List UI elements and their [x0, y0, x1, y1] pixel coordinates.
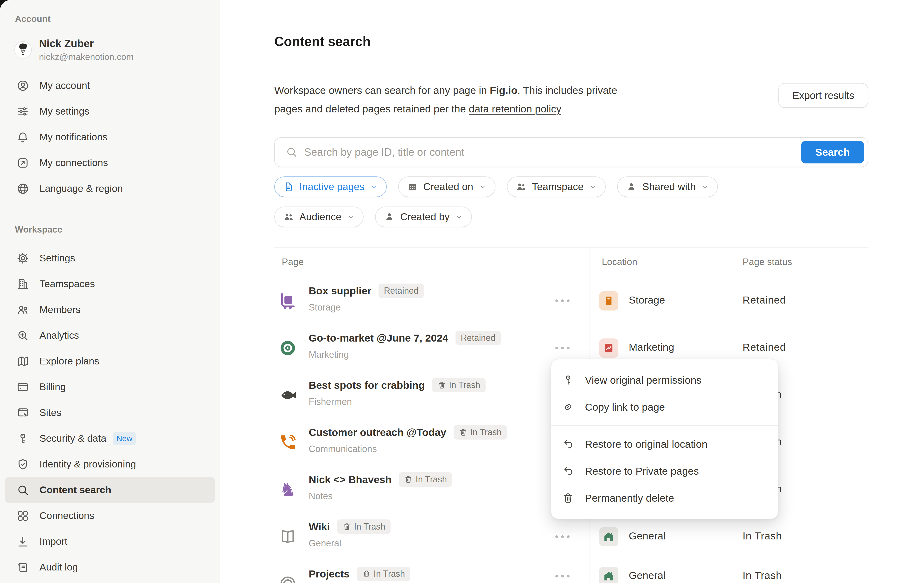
search-input[interactable]	[304, 146, 801, 158]
content-search-page: Content search Workspace owners can sear…	[220, 0, 924, 583]
filter-inactive-pages[interactable]: Inactive pages	[274, 177, 387, 197]
filter-shared-with[interactable]: Shared with	[617, 177, 718, 197]
row-actions-button[interactable]	[555, 535, 569, 538]
sidebar-item-label: My account	[40, 80, 90, 91]
person-circle-icon	[16, 79, 30, 92]
page-title-cell: Nick <> Bhavesh	[309, 474, 391, 486]
card-icon	[16, 381, 30, 393]
trash-icon	[404, 475, 412, 484]
sidebar-item-my-notifications[interactable]: My notifications	[5, 124, 215, 150]
sidebar-item-content-search[interactable]: Content search	[5, 477, 215, 503]
sidebar-item-security-data[interactable]: Security & data New	[5, 426, 215, 451]
description-text: . This includes private	[517, 84, 617, 96]
sidebar-item-language-region[interactable]: Language & region	[5, 176, 215, 201]
menu-item-copy-link[interactable]: Copy link to page	[551, 393, 778, 421]
house-icon	[599, 566, 619, 583]
workspace-section-label: Workspace	[15, 225, 220, 235]
chevron-down-icon	[701, 183, 709, 191]
menu-item-view-original-permissions[interactable]: View original permissions	[551, 367, 778, 393]
new-badge: New	[112, 432, 136, 445]
chevron-down-icon	[455, 213, 463, 221]
location-cell: General	[629, 570, 666, 581]
filter-created-on[interactable]: Created on	[398, 177, 495, 197]
column-header-page: Page	[282, 257, 304, 267]
sidebar-item-label: Billing	[40, 381, 66, 393]
page-title-cell: Go-to-market @June 7, 2024	[309, 332, 448, 344]
sidebar-item-members[interactable]: Members	[5, 297, 215, 322]
description-text: pages and deleted pages retained per the	[274, 103, 469, 115]
page-title-cell: Box supplier	[309, 285, 371, 297]
table-row[interactable]: Wiki In Trash General General In Trash	[274, 513, 868, 560]
sidebar-item-sites[interactable]: Sites	[5, 400, 215, 426]
in-trash-badge: In Trash	[454, 425, 507, 439]
sidebar-item-audit-log[interactable]: Audit log	[5, 554, 215, 580]
fish-icon	[277, 386, 299, 405]
sidebar-item-label: Analytics	[40, 330, 79, 341]
page-status-cell: In Trash	[742, 570, 782, 581]
column-header-page-status: Page status	[742, 257, 792, 267]
sidebar-item-billing[interactable]: Billing	[5, 374, 215, 400]
sidebar-item-my-account[interactable]: My account	[5, 73, 215, 99]
trash-icon	[562, 492, 574, 504]
user-name: Nick Zuber	[39, 38, 134, 50]
table-row[interactable]: Box supplier Retained Storage Storage Re…	[274, 277, 868, 324]
book-icon	[277, 527, 299, 547]
sidebar-item-explore-plans[interactable]: Explore plans	[5, 348, 215, 374]
sidebar-item-label: Explore plans	[40, 355, 99, 367]
sidebar-item-connections[interactable]: Connections	[5, 503, 215, 528]
in-trash-badge: In Trash	[399, 472, 452, 487]
data-retention-policy-link[interactable]: data retention policy	[469, 103, 561, 115]
workspace-name: Fig.io	[490, 84, 518, 96]
location-cell: Storage	[629, 294, 665, 306]
sidebar-item-import[interactable]: Import	[5, 528, 215, 554]
page-subtitle: Communications	[309, 444, 377, 454]
chevron-down-icon	[370, 183, 378, 191]
menu-item-restore-private-pages[interactable]: Restore to Private pages	[551, 457, 778, 484]
browser-cursor-icon	[16, 406, 30, 419]
filter-audience[interactable]: Audience	[274, 206, 364, 227]
sidebar-item-analytics[interactable]: Analytics	[5, 322, 215, 348]
status-badge: Retained	[455, 331, 501, 345]
magnifier-icon	[16, 484, 30, 497]
page-title-cell: Projects	[309, 568, 350, 580]
sidebar-item-label: Language & region	[40, 183, 123, 194]
filter-created-by[interactable]: Created by	[375, 206, 472, 227]
people-icon	[283, 211, 294, 223]
sidebar-item-teamspaces[interactable]: Teamspaces	[5, 271, 215, 297]
trash-icon	[459, 428, 467, 437]
menu-item-restore-original-location[interactable]: Restore to original location	[551, 431, 778, 457]
page-subtitle: Fishermen	[309, 397, 352, 407]
people-icon	[16, 303, 30, 316]
menu-item-permanently-delete[interactable]: Permanently delete	[551, 484, 778, 512]
row-actions-button[interactable]	[555, 575, 569, 578]
sidebar-item-settings[interactable]: Settings	[5, 245, 215, 271]
menu-item-label: Copy link to page	[585, 401, 665, 413]
gear-icon	[16, 252, 30, 265]
filter-teamspace[interactable]: Teamspace	[507, 177, 606, 197]
grid-icon	[16, 509, 30, 522]
in-trash-badge: In Trash	[432, 378, 485, 392]
row-actions-button[interactable]	[555, 347, 569, 349]
column-header-location: Location	[602, 257, 637, 267]
sidebar-item-label: Connections	[40, 510, 94, 521]
search-button[interactable]: Search	[801, 141, 864, 164]
account-user[interactable]: Nick Zuber nickz@makenotion.com	[15, 38, 220, 62]
sidebar-item-my-connections[interactable]: My connections	[5, 150, 215, 176]
location-cell: General	[629, 530, 666, 542]
chevron-down-icon	[347, 213, 355, 221]
dolly-icon	[277, 291, 299, 310]
sliders-icon	[16, 105, 30, 118]
status-badge: Retained	[378, 284, 424, 298]
table-row[interactable]: Projects In Trash General In Trash	[274, 560, 868, 583]
in-trash-badge: In Trash	[337, 519, 391, 534]
page-icon	[283, 181, 294, 192]
export-results-button[interactable]: Export results	[779, 83, 868, 108]
row-actions-button[interactable]	[555, 299, 569, 302]
sidebar-item-label: My notifications	[40, 131, 107, 143]
sidebar-item-my-settings[interactable]: My settings	[5, 99, 215, 124]
map-icon	[16, 355, 30, 368]
sidebar-item-identity-provisioning[interactable]: Identity & provisioning	[5, 451, 215, 477]
page-status-cell: Retained	[742, 341, 786, 353]
settings-sidebar: Account Nick Zuber nickz@makenotion.com …	[0, 0, 220, 583]
in-trash-badge: In Trash	[357, 566, 410, 581]
